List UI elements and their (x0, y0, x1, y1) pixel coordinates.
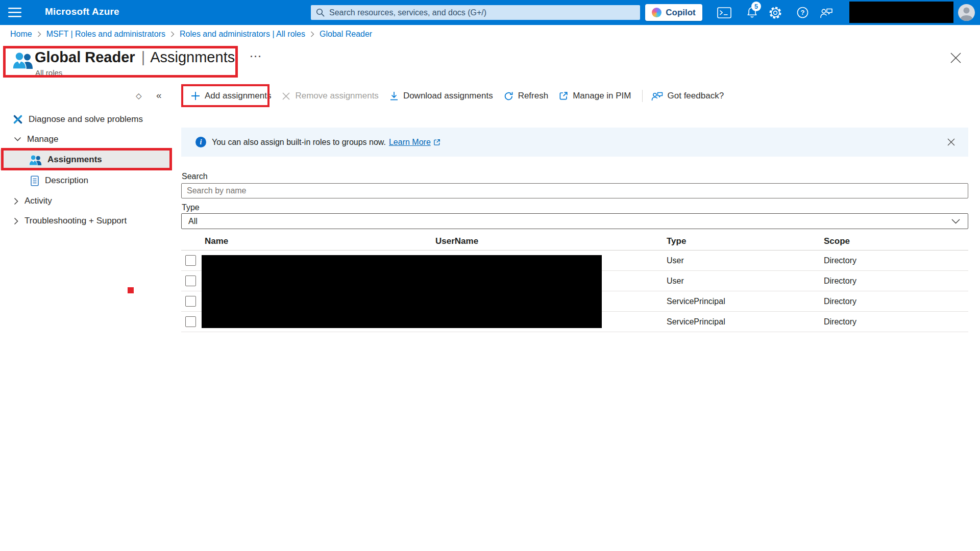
hamburger-menu-icon[interactable] (8, 7, 21, 18)
sidebar-item-assignments[interactable]: Assignments (0, 149, 172, 170)
breadcrumb-roles-admins[interactable]: MSFT | Roles and administrators (46, 30, 165, 39)
global-search-input[interactable] (329, 8, 635, 17)
row-checkbox[interactable] (185, 276, 196, 286)
settings-gear-icon[interactable] (767, 0, 784, 25)
row-checkbox[interactable] (185, 296, 196, 307)
cell-scope: Directory (824, 277, 968, 286)
page-title-section: Assignments (150, 49, 235, 65)
sidebar-group-activity[interactable]: Activity (0, 191, 176, 211)
add-assignments-button[interactable]: Add assignments (191, 91, 271, 101)
download-assignments-button[interactable]: Download assignments (389, 91, 493, 101)
cell-type: ServicePrincipal (667, 297, 824, 306)
x-icon (282, 92, 290, 101)
cloud-shell-icon[interactable] (716, 0, 733, 25)
toolbar-divider (642, 90, 643, 102)
page-title-separator: | (135, 49, 151, 65)
learn-more-link[interactable]: Learn More (389, 138, 431, 147)
chevron-right-icon (170, 31, 175, 37)
external-link-icon (433, 139, 440, 146)
help-icon[interactable]: ? (794, 0, 811, 25)
diagnose-tools-icon (13, 114, 23, 124)
azure-portal-window: Microsoft Azure Copilot 5 ? (0, 0, 980, 551)
table-header-row: Name UserName Type Scope (181, 232, 968, 251)
banner-close-icon[interactable] (947, 138, 955, 146)
external-link-icon (559, 91, 568, 101)
row-checkbox[interactable] (185, 255, 196, 266)
more-options-icon[interactable]: ··· (250, 52, 262, 62)
svg-text:?: ? (800, 9, 804, 16)
chevron-right-icon (14, 197, 19, 205)
chevron-right-icon (37, 31, 41, 37)
got-feedback-button[interactable]: Got feedback? (651, 91, 724, 101)
remove-assignments-button[interactable]: Remove assignments (282, 91, 378, 101)
row-checkbox[interactable] (185, 316, 196, 327)
sidebar-item-diagnose[interactable]: Diagnose and solve problems (0, 109, 176, 130)
chevron-down-icon (951, 219, 960, 224)
breadcrumb-home[interactable]: Home (10, 30, 32, 39)
column-header-type: Type (667, 236, 824, 246)
cell-type: ServicePrincipal (667, 317, 824, 327)
document-icon (30, 176, 39, 186)
search-by-name-input[interactable] (181, 183, 968, 198)
notification-count-badge: 5 (751, 2, 761, 11)
breadcrumb: Home MSFT | Roles and administrators Rol… (10, 30, 372, 39)
account-avatar[interactable] (958, 4, 975, 21)
table-names-redacted (202, 255, 602, 328)
chevron-right-icon (14, 217, 19, 225)
column-header-username: UserName (435, 236, 667, 246)
banner-text: You can also assign built-in roles to gr… (212, 138, 386, 147)
annotation-red-dot (128, 287, 134, 293)
global-search-box[interactable] (311, 5, 640, 20)
plus-icon (191, 91, 200, 101)
role-members-icon (13, 52, 33, 69)
cell-type: User (667, 277, 824, 286)
refresh-button[interactable]: Refresh (504, 91, 549, 101)
assignments-members-icon (29, 155, 42, 165)
sidebar-group-troubleshooting[interactable]: Troubleshooting + Support (0, 211, 176, 231)
breadcrumb-current: Global Reader (320, 30, 372, 39)
collapse-sidebar-icon[interactable]: « (156, 90, 162, 101)
copilot-icon (652, 8, 662, 17)
column-header-name: Name (202, 236, 435, 246)
command-bar: Add assignments Remove assignments Downl… (191, 85, 734, 107)
type-dropdown[interactable]: All (181, 213, 968, 229)
sidebar-group-manage[interactable]: Manage (0, 129, 176, 149)
page-title-role: Global Reader (35, 49, 135, 65)
refresh-icon (504, 91, 513, 101)
info-banner: i You can also assign built-in roles to … (181, 128, 968, 157)
sidebar-item-description[interactable]: Description (0, 170, 176, 191)
close-blade-icon[interactable] (950, 53, 961, 63)
brand-title: Microsoft Azure (45, 6, 119, 17)
type-dropdown-value: All (188, 217, 198, 226)
cell-type: User (667, 256, 824, 265)
page-subtitle: All roles (35, 68, 62, 77)
page-title: Global Reader|Assignments (35, 49, 235, 66)
breadcrumb-all-roles[interactable]: Roles and administrators | All roles (180, 30, 305, 39)
cell-scope: Directory (824, 317, 968, 327)
copilot-button[interactable]: Copilot (645, 4, 702, 21)
info-icon: i (195, 137, 206, 147)
manage-in-pim-button[interactable]: Manage in PIM (559, 91, 631, 101)
cell-scope: Directory (824, 297, 968, 306)
copilot-label: Copilot (666, 8, 696, 18)
feedback-icon[interactable] (817, 0, 836, 25)
search-filter-label: Search (182, 172, 208, 181)
feedback-icon (651, 91, 663, 101)
chevron-right-icon (310, 31, 314, 37)
cell-scope: Directory (824, 256, 968, 265)
top-bar: Microsoft Azure Copilot 5 ? (0, 0, 980, 25)
type-filter-label: Type (182, 203, 200, 212)
search-icon (316, 8, 325, 17)
account-info-redacted (849, 2, 953, 23)
dock-menu-icon[interactable]: ◇ (136, 91, 142, 101)
column-header-scope: Scope (824, 236, 968, 246)
chevron-down-icon (14, 137, 21, 142)
download-icon (389, 91, 399, 101)
